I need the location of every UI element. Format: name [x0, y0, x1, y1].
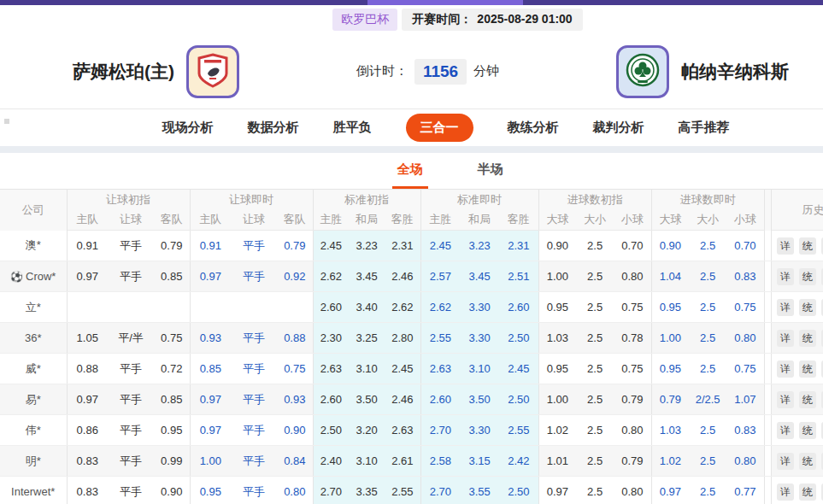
stats-button[interactable]: 统: [799, 360, 816, 378]
odds-cell[interactable]: 0.93: [190, 323, 231, 354]
subtab-half-match[interactable]: 半场: [473, 161, 508, 189]
odds-cell[interactable]: 平手: [231, 446, 277, 477]
odds-cell[interactable]: 0.90: [277, 415, 313, 446]
odds-cell[interactable]: 0.77: [726, 477, 764, 504]
odds-cell[interactable]: 0.85: [190, 354, 231, 384]
stats-button[interactable]: 统: [799, 268, 816, 285]
tab-three-in-one[interactable]: 三合一: [406, 114, 473, 142]
detail-button[interactable]: 详: [777, 391, 794, 408]
odds-cell[interactable]: 0.80: [277, 477, 313, 504]
odds-cell[interactable]: 2.60: [499, 292, 538, 323]
odds-cell[interactable]: 2.5: [689, 446, 726, 477]
odds-cell[interactable]: 1.00: [651, 323, 689, 354]
detail-button[interactable]: 详: [777, 422, 794, 439]
detail-button[interactable]: 详: [777, 268, 794, 285]
odds-cell[interactable]: 1.03: [651, 415, 689, 446]
odds-cell[interactable]: 0.97: [190, 261, 231, 292]
odds-cell[interactable]: 3.30: [460, 415, 499, 446]
stats-button[interactable]: 统: [799, 299, 816, 316]
odds-cell[interactable]: 2.42: [499, 446, 538, 477]
stats-button[interactable]: 统: [799, 422, 816, 439]
detail-button[interactable]: 详: [777, 453, 794, 470]
odds-cell[interactable]: 1.02: [651, 446, 689, 477]
odds-cell[interactable]: 2.5: [689, 477, 726, 504]
tab-data-analysis[interactable]: 数据分析: [248, 120, 299, 136]
odds-cell[interactable]: 2.62: [420, 292, 460, 323]
odds-cell[interactable]: 2.70: [420, 477, 460, 504]
odds-cell[interactable]: 2.5: [689, 261, 726, 292]
odds-cell[interactable]: 3.23: [460, 231, 499, 261]
detail-button[interactable]: 详: [777, 299, 794, 316]
tab-referee-analysis[interactable]: 裁判分析: [593, 120, 644, 136]
odds-cell[interactable]: 3.15: [460, 446, 499, 477]
odds-cell[interactable]: 2.51: [499, 261, 538, 292]
odds-cell[interactable]: 1.04: [651, 261, 689, 292]
odds-cell[interactable]: 2.50: [499, 323, 538, 354]
stats-button[interactable]: 统: [799, 237, 816, 255]
detail-button[interactable]: 详: [777, 360, 794, 378]
odds-cell[interactable]: 平手: [231, 354, 277, 384]
odds-cell[interactable]: 0.75: [726, 354, 764, 384]
odds-cell[interactable]: 0.93: [277, 384, 313, 415]
odds-cell[interactable]: 2.5: [689, 231, 726, 261]
subtab-full-match[interactable]: 全场: [392, 161, 428, 189]
odds-cell[interactable]: 平手: [231, 323, 277, 354]
odds-cell[interactable]: 2.45: [499, 354, 538, 384]
odds-cell[interactable]: 2.5: [689, 292, 726, 323]
odds-cell[interactable]: 3.45: [460, 261, 499, 292]
tab-coach-analysis[interactable]: 教练分析: [508, 120, 559, 136]
odds-cell[interactable]: 0.95: [190, 477, 231, 504]
odds-cell[interactable]: 0.79: [651, 384, 689, 415]
odds-cell[interactable]: 0.95: [651, 292, 689, 323]
stats-button[interactable]: 统: [799, 391, 816, 408]
odds-cell[interactable]: 3.50: [460, 384, 499, 415]
stats-button[interactable]: 统: [799, 330, 816, 347]
detail-button[interactable]: 详: [777, 483, 794, 501]
odds-cell[interactable]: 0.70: [726, 231, 764, 261]
odds-cell[interactable]: 0.80: [726, 446, 764, 477]
odds-cell[interactable]: 2.50: [499, 477, 538, 504]
stats-button[interactable]: 统: [799, 453, 816, 470]
odds-cell[interactable]: 0.75: [726, 292, 764, 323]
odds-cell[interactable]: 平手: [231, 477, 277, 504]
odds-cell[interactable]: 0.95: [651, 354, 689, 384]
odds-cell[interactable]: 0.97: [190, 384, 231, 415]
odds-cell[interactable]: 2.63: [420, 354, 460, 384]
odds-cell[interactable]: 0.83: [726, 415, 764, 446]
tab-win-draw-lose[interactable]: 胜平负: [333, 120, 372, 136]
odds-cell[interactable]: 2/2.5: [689, 384, 726, 415]
odds-cell[interactable]: 0.75: [277, 354, 313, 384]
odds-cell[interactable]: 平手: [231, 231, 277, 261]
detail-button[interactable]: 详: [777, 237, 794, 255]
odds-cell[interactable]: 3.55: [460, 477, 499, 504]
detail-button[interactable]: 详: [777, 330, 794, 347]
odds-cell[interactable]: 2.70: [420, 415, 460, 446]
odds-cell[interactable]: 0.80: [726, 323, 764, 354]
odds-cell[interactable]: 2.50: [499, 384, 538, 415]
odds-cell[interactable]: 0.91: [190, 231, 231, 261]
odds-cell[interactable]: 平手: [231, 415, 277, 446]
odds-cell[interactable]: 3.30: [460, 292, 499, 323]
odds-cell[interactable]: 2.55: [499, 415, 538, 446]
odds-cell[interactable]: 0.97: [651, 477, 689, 504]
odds-cell[interactable]: 1.00: [190, 446, 231, 477]
odds-cell[interactable]: 2.58: [420, 446, 460, 477]
odds-cell[interactable]: 0.88: [277, 323, 313, 354]
stats-button[interactable]: 统: [799, 483, 816, 501]
tab-live-analysis[interactable]: 现场分析: [162, 120, 214, 136]
tab-expert-picks[interactable]: 高手推荐: [679, 120, 730, 136]
odds-cell[interactable]: 0.92: [277, 261, 313, 292]
odds-cell[interactable]: 平手: [231, 261, 277, 292]
odds-cell[interactable]: 0.90: [651, 231, 689, 261]
odds-cell[interactable]: 2.31: [499, 231, 538, 261]
odds-cell[interactable]: 0.83: [726, 261, 764, 292]
odds-cell[interactable]: 3.10: [460, 354, 499, 384]
odds-cell[interactable]: 1.07: [726, 384, 764, 415]
odds-cell[interactable]: 2.5: [689, 323, 726, 354]
odds-cell[interactable]: 2.5: [689, 415, 726, 446]
odds-cell[interactable]: 2.5: [689, 354, 726, 384]
odds-cell[interactable]: 0.84: [277, 446, 313, 477]
odds-cell[interactable]: 2.57: [420, 261, 460, 292]
odds-cell[interactable]: 0.97: [190, 415, 231, 446]
odds-cell[interactable]: 2.45: [420, 231, 460, 261]
